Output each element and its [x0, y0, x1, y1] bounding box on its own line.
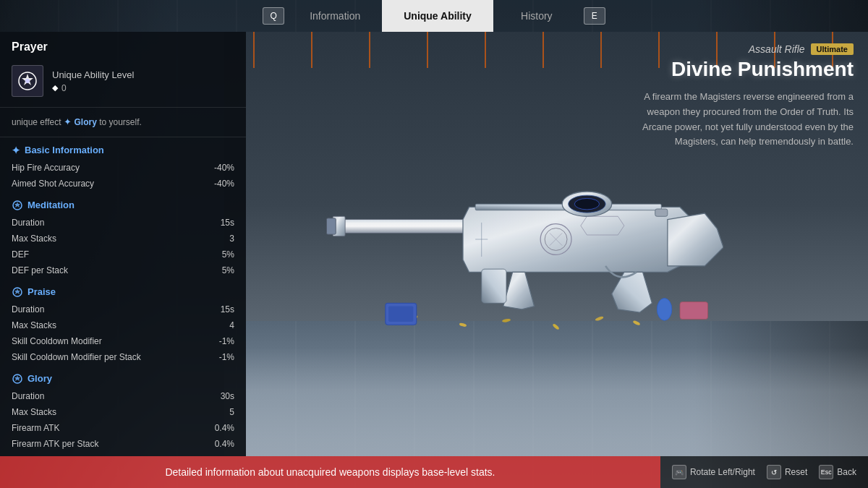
weapon-description: A firearm the Magisters reverse engineer… — [622, 90, 854, 150]
section-basic-icon: ✦ — [12, 145, 20, 156]
svg-rect-21 — [388, 307, 413, 322]
bottom-bar: Detailed information about unacquired we… — [0, 456, 868, 488]
tab-history[interactable]: History — [493, 0, 580, 32]
panel-title: Prayer — [12, 40, 234, 53]
key-q[interactable]: Q — [263, 7, 284, 25]
section-glory-icon — [12, 372, 23, 385]
stat-label: DEF per Stack — [12, 265, 202, 275]
control-reset: ↺ Reset — [767, 465, 807, 479]
right-panel: Assault Rifle Ultimate Divine Punishment… — [608, 32, 868, 161]
stat-label: Duration — [12, 391, 202, 401]
stat-label: Skill Cooldown Modifier per Stack — [12, 352, 202, 362]
section-meditation: Meditation — [0, 192, 246, 215]
ability-name: Unique Ability Level — [52, 69, 234, 80]
stat-label: Max Stacks — [12, 407, 202, 417]
floor-surface — [224, 348, 868, 456]
stat-label: Duration — [12, 304, 202, 314]
rotate-label: Rotate Left/Right — [690, 467, 755, 477]
back-label: Back — [837, 467, 856, 477]
section-basic-information: ✦ Basic Information — [0, 137, 246, 160]
controls-bar: 🎮 Rotate Left/Right ↺ Reset Esc Back — [660, 456, 868, 488]
svg-point-7 — [574, 198, 599, 209]
section-meditation-label: Meditation — [27, 200, 75, 210]
stat-label: Skill Cooldown Modifier — [12, 336, 202, 346]
stat-value: 0.4% — [202, 439, 234, 449]
stat-row: Max Stacks 5 — [0, 404, 246, 420]
stat-row: Firearm ATK per Stack 0.4% — [0, 436, 246, 452]
unique-effect-suffix: to yourself. — [99, 117, 142, 127]
unique-effect-icon: ✦ — [64, 116, 75, 127]
stat-row: DEF 5% — [0, 247, 246, 262]
stat-row: Skill Cooldown Modifier -1% — [0, 333, 246, 349]
section-glory: Glory — [0, 365, 246, 388]
stat-value: 0.4% — [202, 423, 234, 433]
stat-value: 3 — [202, 234, 234, 244]
stat-label: Max Stacks — [12, 234, 202, 244]
unique-effect-prefix: unique effect — [12, 117, 61, 127]
stat-label: Firearm ATK — [12, 423, 202, 433]
stat-value: -40% — [202, 179, 234, 189]
control-rotate: 🎮 Rotate Left/Right — [672, 465, 755, 479]
stat-label: DEF — [12, 249, 202, 260]
stat-row: Firearm ATK 0.4% — [0, 420, 246, 436]
level-icon: ◆ — [52, 83, 58, 93]
stat-value: -1% — [202, 352, 234, 362]
unique-effect: unique effect ✦ Glory to yourself. — [0, 108, 246, 137]
tab-unique-ability[interactable]: Unique Ability — [382, 0, 493, 32]
weapon-category: Assault Rifle Ultimate — [622, 43, 854, 55]
svg-point-15 — [459, 322, 467, 328]
stat-label: Firearm ATK per Stack — [12, 439, 202, 449]
unique-effect-name: Glory — [74, 117, 96, 127]
svg-rect-13 — [655, 209, 668, 216]
stat-row: Max Stacks 4 — [0, 317, 246, 333]
key-e[interactable]: E — [584, 7, 605, 25]
svg-rect-1 — [339, 223, 472, 226]
notification-bar: Detailed information about unacquired we… — [0, 456, 660, 488]
svg-point-17 — [552, 323, 560, 330]
stat-label: Duration — [12, 218, 202, 228]
section-basic-label: Basic Information — [25, 145, 104, 155]
stat-row: Hip Fire Accuracy -40% — [0, 160, 246, 176]
esc-key[interactable]: Esc — [819, 465, 833, 479]
top-navigation: Q Information Unique Ability History E — [0, 0, 868, 32]
stat-row: Skill Cooldown Modifier per Stack -1% — [0, 349, 246, 365]
ability-icon — [12, 65, 43, 97]
svg-point-19 — [632, 320, 640, 326]
tab-information[interactable]: Information — [288, 0, 382, 32]
svg-point-25 — [25, 79, 30, 83]
ability-level: ◆ 0 — [52, 83, 234, 93]
stat-value: 5% — [202, 265, 234, 275]
ability-info: Unique Ability Level ◆ 0 — [52, 69, 234, 93]
stat-row: Duration 15s — [0, 215, 246, 231]
stat-row: Aimed Shot Accuracy -40% — [0, 176, 246, 192]
control-back[interactable]: Esc Back — [819, 465, 856, 479]
left-panel: Prayer Unique Ability Level ◆ 0 unique e… — [0, 32, 246, 456]
stat-value: 5 — [202, 407, 234, 417]
reset-label: Reset — [785, 467, 807, 477]
svg-point-16 — [502, 318, 511, 322]
stat-value: -40% — [202, 163, 234, 173]
stat-row: Max Stacks 3 — [0, 231, 246, 247]
stat-value: 30s — [202, 391, 234, 401]
svg-rect-22 — [680, 302, 708, 320]
ultimate-badge: Ultimate — [811, 43, 854, 55]
stat-value: 15s — [202, 304, 234, 314]
weapon-name: Divine Punishment — [622, 58, 854, 81]
section-praise-icon — [12, 286, 23, 298]
stat-label: Aimed Shot Accuracy — [12, 179, 202, 189]
stat-row: Duration 30s — [0, 388, 246, 404]
svg-rect-3 — [326, 218, 336, 234]
ability-header: Unique Ability Level ◆ 0 — [12, 61, 234, 101]
section-praise: Praise — [0, 278, 246, 301]
svg-point-18 — [595, 316, 604, 322]
rotate-icon: 🎮 — [672, 465, 686, 479]
stat-value: 4 — [202, 320, 234, 330]
panel-header: Prayer Unique Ability Level ◆ 0 — [0, 32, 246, 108]
svg-rect-0 — [339, 220, 476, 234]
stat-label: Max Stacks — [12, 320, 202, 330]
notification-text: Detailed information about unacquired we… — [165, 466, 495, 478]
section-glory-label: Glory — [27, 373, 52, 384]
stat-value: 15s — [202, 218, 234, 228]
ability-level-value: 0 — [61, 83, 67, 93]
section-praise-label: Praise — [27, 286, 56, 297]
